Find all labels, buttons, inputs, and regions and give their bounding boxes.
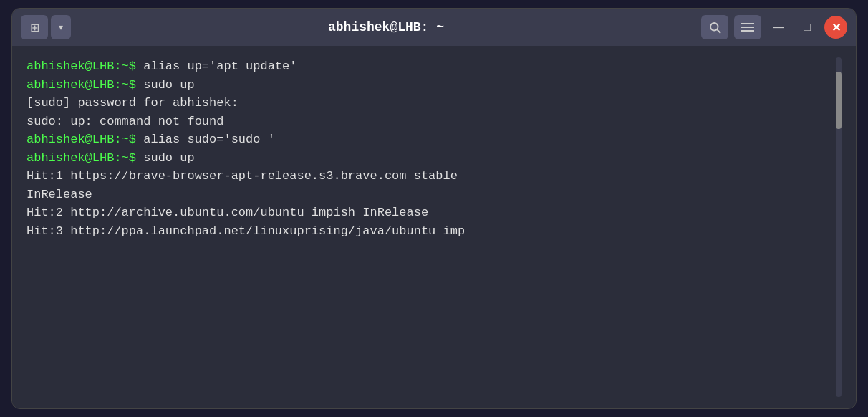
terminal-content: abhishek@LHB:~$ alias up='apt update'abh…	[26, 57, 833, 397]
search-icon	[708, 21, 721, 34]
maximize-icon: □	[804, 21, 811, 34]
dropdown-icon: ▾	[59, 22, 63, 32]
close-icon: ✕	[831, 21, 841, 34]
terminal-window: ⊞ ▾ abhishek@LHB: ~	[11, 8, 857, 409]
scrollbar[interactable]	[836, 57, 842, 397]
search-button[interactable]	[701, 15, 728, 39]
titlebar-center: abhishek@LHB: ~	[77, 20, 695, 34]
terminal-line: abhishek@LHB:~$ sudo up	[26, 149, 833, 168]
terminal-line: abhishek@LHB:~$ sudo up	[26, 76, 833, 95]
terminal-line: Hit:1 https://brave-browser-apt-release.…	[26, 167, 833, 186]
titlebar-right: — □ ✕	[701, 15, 847, 39]
minimize-button[interactable]: —	[767, 16, 790, 39]
terminal-body: abhishek@LHB:~$ alias up='apt update'abh…	[12, 46, 856, 408]
dropdown-button[interactable]: ▾	[51, 15, 71, 39]
command-text: alias sudo='sudo '	[136, 133, 275, 146]
scrollbar-thumb[interactable]	[836, 72, 842, 129]
terminal-line: [sudo] password for abhishek:	[26, 94, 833, 112]
command-text: sudo up	[136, 78, 195, 92]
terminal-line: Hit:3 http://ppa.launchpad.net/linuxupri…	[26, 222, 833, 241]
terminal-line: Hit:2 http://archive.ubuntu.com/ubuntu i…	[26, 203, 833, 222]
titlebar: ⊞ ▾ abhishek@LHB: ~	[12, 9, 856, 46]
terminal-line: InRelease	[26, 186, 833, 204]
prompt: abhishek@LHB:~$	[26, 59, 136, 73]
titlebar-left: ⊞ ▾	[21, 15, 71, 39]
terminal-line: sudo: up: command not found	[26, 112, 833, 131]
terminal-line: abhishek@LHB:~$ alias sudo='sudo '	[26, 130, 833, 149]
prompt: abhishek@LHB:~$	[26, 78, 136, 92]
terminal-line: abhishek@LHB:~$ alias up='apt update'	[26, 57, 833, 76]
new-tab-icon: ⊞	[30, 21, 39, 34]
svg-line-1	[717, 29, 720, 32]
hamburger-icon	[741, 22, 754, 32]
close-button[interactable]: ✕	[824, 16, 847, 39]
menu-button[interactable]	[734, 15, 761, 39]
window-title: abhishek@LHB: ~	[328, 20, 444, 34]
command-text: sudo up	[136, 151, 195, 165]
maximize-button[interactable]: □	[796, 16, 819, 39]
prompt: abhishek@LHB:~$	[26, 133, 136, 146]
new-tab-button[interactable]: ⊞	[21, 15, 48, 39]
command-text: alias up='apt update'	[136, 59, 296, 73]
prompt: abhishek@LHB:~$	[26, 151, 136, 165]
minimize-icon: —	[773, 21, 784, 34]
